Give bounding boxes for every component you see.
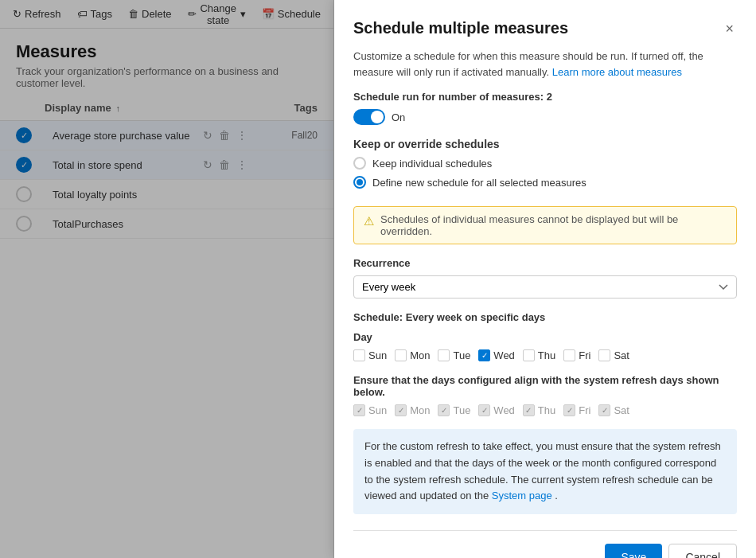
day-checkbox-tue[interactable] (438, 349, 450, 361)
ensure-label-sat: Sat (614, 404, 629, 416)
days-row: Sun Mon Tue Wed Thu (353, 349, 737, 361)
ensure-day-wed: Wed (478, 404, 515, 416)
day-label-wed: Wed (493, 349, 515, 361)
dialog-title: Schedule multiple measures (353, 19, 568, 37)
day-option-fri: Fri (563, 349, 590, 361)
toggle-label: On (392, 111, 405, 123)
warning-icon: ⚠ (364, 214, 374, 228)
day-checkbox-sat[interactable] (598, 349, 610, 361)
recurrence-label: Recurrence (353, 257, 737, 269)
day-checkbox-wed[interactable] (478, 349, 490, 361)
ensure-title: Ensure that the days configured align wi… (353, 374, 737, 398)
radio-keep-circle (353, 157, 366, 170)
ensure-checkbox-tue (438, 404, 450, 416)
radio-define-circle (353, 176, 366, 189)
ensure-checkbox-wed (478, 404, 490, 416)
info-text-2: . (555, 490, 558, 501)
ensure-day-fri: Fri (563, 404, 590, 416)
ensure-label-fri: Fri (579, 404, 590, 416)
day-checkbox-mon[interactable] (395, 349, 407, 361)
ensure-section: Ensure that the days configured align wi… (353, 374, 737, 416)
day-label-sat: Sat (614, 349, 629, 361)
ensure-day-sat: Sat (598, 404, 629, 416)
warning-text: Schedules of individual measures cannot … (380, 213, 727, 237)
ensure-label-tue: Tue (453, 404, 470, 416)
day-section-label: Day (353, 331, 737, 343)
cancel-button[interactable]: Cancel (668, 544, 737, 558)
schedule-count-label: Schedule run for number of measures: 2 (353, 91, 737, 103)
radio-define-new[interactable]: Define new schedule for all selected mea… (353, 176, 737, 189)
ensure-label-wed: Wed (493, 404, 515, 416)
learn-more-link[interactable]: Learn more about measures (552, 66, 682, 78)
keep-override-section: Keep or override schedules Keep individu… (353, 138, 737, 195)
day-label-sun: Sun (368, 349, 387, 361)
recurrence-section: Recurrence Every week Every day Every mo… (353, 257, 737, 299)
radio-define-label: Define new schedule for all selected mea… (372, 177, 586, 189)
ensure-checkbox-sun (353, 404, 365, 416)
ensure-label-thu: Thu (538, 404, 555, 416)
day-option-sun: Sun (353, 349, 387, 361)
day-option-tue: Tue (438, 349, 470, 361)
day-label-thu: Thu (538, 349, 555, 361)
toggle-row: On (353, 109, 737, 125)
day-checkbox-fri[interactable] (563, 349, 575, 361)
day-option-sat: Sat (598, 349, 629, 361)
schedule-dialog: Schedule multiple measures × Customize a… (334, 0, 756, 558)
modal-overlay (0, 0, 334, 558)
ensure-checkbox-thu (523, 404, 535, 416)
ensure-label-sun: Sun (368, 404, 387, 416)
dialog-footer: Save Cancel (353, 530, 737, 558)
dialog-description: Customize a schedule for when this measu… (353, 49, 737, 80)
schedule-toggle[interactable] (353, 109, 385, 125)
save-button[interactable]: Save (605, 544, 662, 558)
close-button[interactable]: × (722, 19, 737, 39)
day-option-wed: Wed (478, 349, 515, 361)
recurrence-select[interactable]: Every week Every day Every month (353, 275, 737, 299)
day-checkbox-thu[interactable] (523, 349, 535, 361)
ensure-checkbox-fri (563, 404, 575, 416)
ensure-day-sun: Sun (353, 404, 387, 416)
schedule-days-section: Schedule: Every week on specific days Da… (353, 311, 737, 361)
ensure-label-mon: Mon (410, 404, 430, 416)
schedule-title: Schedule: Every week on specific days (353, 311, 737, 323)
dialog-header: Schedule multiple measures × (353, 19, 737, 39)
day-option-thu: Thu (523, 349, 555, 361)
ensure-checkbox-mon (395, 404, 407, 416)
radio-keep-label: Keep individual schedules (372, 158, 492, 170)
warning-box: ⚠ Schedules of individual measures canno… (353, 206, 737, 244)
ensure-checkbox-sat (598, 404, 610, 416)
keep-override-title: Keep or override schedules (353, 138, 737, 150)
day-label-mon: Mon (410, 349, 430, 361)
ensure-days-row: Sun Mon Tue Wed Thu Fri (353, 404, 737, 416)
radio-keep-individual[interactable]: Keep individual schedules (353, 157, 737, 170)
day-option-mon: Mon (395, 349, 430, 361)
info-box: For the custom refresh to take effect, y… (353, 429, 737, 514)
ensure-day-tue: Tue (438, 404, 470, 416)
system-page-link[interactable]: System page (492, 490, 552, 501)
ensure-day-mon: Mon (395, 404, 430, 416)
ensure-day-thu: Thu (523, 404, 555, 416)
day-checkbox-sun[interactable] (353, 349, 365, 361)
day-label-tue: Tue (453, 349, 470, 361)
day-label-fri: Fri (579, 349, 590, 361)
